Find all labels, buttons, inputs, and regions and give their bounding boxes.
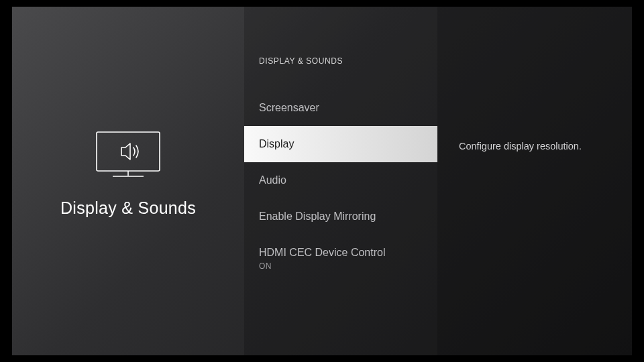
menu-item-hdmi-cec[interactable]: HDMI CEC Device Control ON <box>244 235 437 283</box>
display-sounds-icon <box>96 131 160 178</box>
detail-panel: Configure display resolution. <box>437 7 632 355</box>
menu-item-label: Audio <box>259 174 286 186</box>
menu-item-display[interactable]: Display <box>244 126 437 162</box>
menu-item-label: Display <box>259 138 294 149</box>
menu-item-label: HDMI CEC Device Control <box>259 247 385 258</box>
menu-item-label: Enable Display Mirroring <box>259 210 376 222</box>
section-header: DISPLAY & SOUNDS <box>244 56 437 66</box>
menu-item-enable-display-mirroring[interactable]: Enable Display Mirroring <box>244 198 437 235</box>
svg-rect-0 <box>97 132 160 171</box>
item-description: Configure display resolution. <box>459 141 616 152</box>
category-title: Display & Sounds <box>60 198 196 218</box>
category-panel: Display & Sounds <box>12 7 244 355</box>
menu-item-screensaver[interactable]: Screensaver <box>244 90 437 126</box>
settings-screen: Display & Sounds DISPLAY & SOUNDS Screen… <box>12 7 632 355</box>
menu-item-audio[interactable]: Audio <box>244 162 437 198</box>
menu-item-label: Screensaver <box>259 102 319 113</box>
menu-item-sublabel: ON <box>259 261 423 271</box>
menu-panel: DISPLAY & SOUNDS Screensaver Display Aud… <box>244 7 437 355</box>
